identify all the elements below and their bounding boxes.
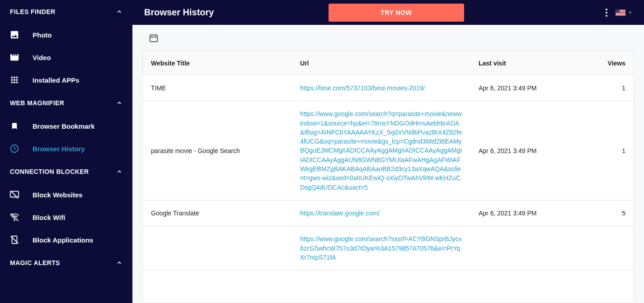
sidebar-item-browser-bookmark[interactable]: Browser Bookmark (0, 115, 132, 137)
history-table-container[interactable]: Website Title Url Last visit Views TIME … (142, 51, 634, 303)
cell-last-visit (470, 226, 588, 270)
chevron-up-icon (116, 9, 122, 15)
sidebar-item-label: Video (33, 54, 51, 61)
sidebar-item-installed-apps[interactable]: Installed APPs (0, 69, 132, 91)
sidebar-item-video[interactable]: Video (0, 46, 132, 69)
col-header-last-visit: Last visit (470, 51, 588, 75)
table-row: Google Translate https://translate.googl… (143, 200, 634, 226)
cell-last-visit: Apr 6, 2021 3:49 PM (470, 101, 588, 200)
video-icon (8, 52, 21, 62)
cell-url: https://www.google.com/search?sxsrf=ACYB… (292, 226, 470, 270)
calendar-icon[interactable] (149, 37, 159, 44)
cell-url: https://translate.google.com/ (292, 200, 470, 226)
url-link[interactable]: https://time.com/5737103/best-movies-201… (300, 84, 462, 93)
chevron-up-icon (116, 100, 122, 106)
cell-views: 1 (588, 75, 634, 101)
block-apps-icon (8, 235, 21, 245)
table-row: https://www.google.com/search?sxsrf=ACYB… (143, 226, 634, 270)
cell-url: https://time.com/5737103/best-movies-201… (292, 75, 470, 101)
sidebar-section-magic-alerts[interactable]: MAGIC ALERTS (0, 251, 132, 275)
sidebar-item-block-wifi[interactable]: Block Wifi (0, 206, 132, 228)
main-area: Browser History TRY NOW ▼ Website Title (132, 0, 644, 303)
caret-down-icon: ▼ (628, 10, 632, 15)
svg-rect-7 (150, 35, 158, 42)
col-header-views: Views (588, 51, 634, 75)
section-title: WEB MAGNIFIER (10, 99, 64, 107)
content-area: Website Title Url Last visit Views TIME … (132, 25, 644, 303)
topbar-actions: ▼ (606, 9, 632, 17)
section-title: MAGIC ALERTS (10, 259, 60, 266)
photo-icon (8, 30, 21, 40)
section-title: CONNECTION BLOCKER (10, 168, 89, 175)
url-link[interactable]: https://www.google.com/search?sxsrf=ACYB… (300, 234, 462, 262)
sidebar-item-label: Photo (33, 31, 52, 39)
sidebar-section-web-magnifier[interactable]: WEB MAGNIFIER (0, 91, 132, 115)
chevron-up-icon (116, 260, 122, 266)
table-row: TIME https://time.com/5737103/best-movie… (143, 75, 634, 101)
chevron-up-icon (116, 168, 122, 175)
bookmark-icon (8, 121, 21, 131)
sidebar-item-block-websites[interactable]: Block Websites (0, 183, 132, 206)
block-wifi-icon (8, 212, 21, 222)
col-header-url: Url (292, 51, 470, 75)
history-table: Website Title Url Last visit Views TIME … (143, 51, 634, 270)
svg-point-3 (14, 220, 15, 221)
cell-url: https://www.google.com/search?q=parasite… (292, 101, 470, 200)
sidebar-section-files-finder[interactable]: FILES FINDER (0, 0, 132, 23)
cell-title: parasite movie - Google Search (143, 101, 292, 200)
sidebar-item-label: Block Wifi (33, 214, 65, 221)
cell-last-visit: Apr 6, 2021 3:49 PM (470, 75, 588, 101)
sidebar-item-photo[interactable]: Photo (0, 23, 132, 46)
cell-views (588, 226, 634, 270)
section-title: FILES FINDER (10, 8, 55, 15)
cell-title: TIME (143, 75, 292, 101)
sidebar-item-browser-history[interactable]: Browser History (0, 137, 132, 160)
cell-title: Google Translate (143, 200, 292, 226)
col-header-title: Website Title (143, 51, 292, 75)
table-header-row: Website Title Url Last visit Views (143, 51, 634, 75)
apps-icon (8, 75, 21, 85)
sidebar-item-label: Block Websites (33, 191, 83, 199)
topbar: Browser History TRY NOW ▼ (132, 0, 644, 25)
language-selector[interactable]: ▼ (616, 9, 632, 16)
sidebar-item-block-applications[interactable]: Block Applications (0, 228, 132, 251)
sidebar-item-label: Browser Bookmark (33, 122, 95, 130)
cell-title (143, 226, 292, 270)
topbar-spacer: TRY NOW (214, 4, 606, 22)
try-now-button[interactable]: TRY NOW (329, 4, 464, 22)
sidebar-item-label: Installed APPs (33, 76, 80, 84)
sidebar-item-label: Block Applications (33, 236, 93, 244)
sidebar: FILES FINDER Photo Video Installed APPs … (0, 0, 132, 303)
sidebar-section-connection-blocker[interactable]: CONNECTION BLOCKER (0, 160, 132, 183)
url-link[interactable]: https://translate.google.com/ (300, 209, 462, 218)
sidebar-item-label: Browser History (33, 145, 85, 153)
url-link[interactable]: https://www.google.com/search?q=parasite… (300, 109, 462, 192)
cell-views: 1 (588, 101, 634, 200)
page-title: Browser History (144, 7, 214, 18)
block-websites-icon (8, 190, 21, 200)
cell-last-visit: Apr 6, 2021 3:49 PM (470, 200, 588, 226)
table-row: parasite movie - Google Search https://w… (143, 101, 634, 200)
cell-views: 5 (588, 200, 634, 226)
more-menu-icon[interactable] (606, 9, 607, 17)
history-icon (8, 144, 21, 154)
flag-us-icon (616, 9, 625, 16)
tool-row (142, 33, 634, 51)
